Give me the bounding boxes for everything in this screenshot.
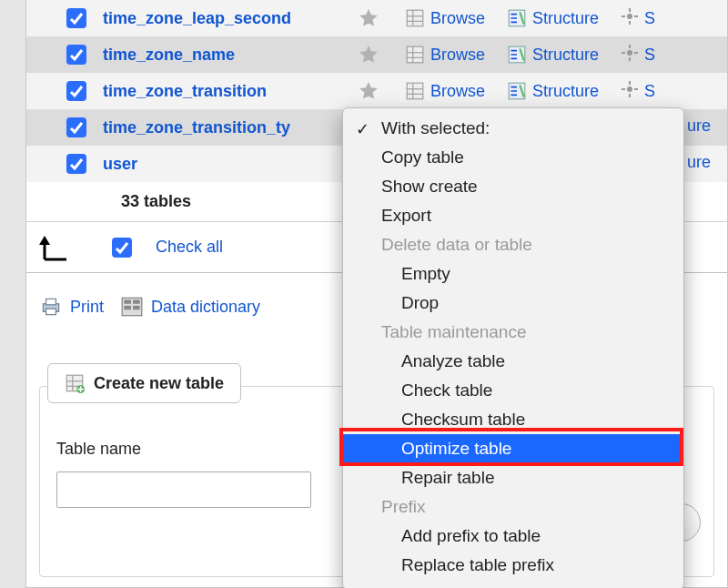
data-dictionary-link[interactable]: Data dictionary xyxy=(151,298,260,317)
star-icon[interactable] xyxy=(358,80,379,102)
dd-label: Prefix xyxy=(381,497,426,517)
dropdown-title: ✓ With selected: xyxy=(343,114,683,143)
dropdown-item-copy-table[interactable]: Copy table xyxy=(343,143,683,172)
structure-action[interactable]: Structure xyxy=(507,8,599,28)
more-s: S xyxy=(644,9,655,28)
browse-action[interactable]: Browse xyxy=(405,81,485,101)
dropdown-title-label: With selected: xyxy=(381,118,490,138)
table-link[interactable]: user xyxy=(103,155,358,174)
more-action[interactable]: S xyxy=(621,80,655,103)
table-link[interactable]: time_zone_transition_ty xyxy=(103,118,358,137)
dd-label: Analyze table xyxy=(401,351,505,371)
table-row: time_zone_transition Browse Structure S xyxy=(26,73,727,109)
row-checkbox[interactable] xyxy=(66,117,86,137)
svg-rect-17 xyxy=(629,57,631,61)
structure-icon xyxy=(507,45,527,65)
structure-label: Structure xyxy=(532,9,599,28)
svg-rect-18 xyxy=(622,52,625,54)
sheet-icon xyxy=(405,81,425,101)
row-checkbox[interactable] xyxy=(66,154,86,174)
table-name-input[interactable] xyxy=(56,471,311,508)
gear-icon xyxy=(621,7,639,30)
with-selected-dropdown: ✓ With selected: Copy table Show create … xyxy=(342,107,684,588)
browse-action[interactable]: Browse xyxy=(405,8,485,28)
structure-icon xyxy=(507,8,527,28)
star-icon[interactable] xyxy=(358,44,379,66)
structure-label: Structure xyxy=(532,82,599,101)
table-link[interactable]: time_zone_transition xyxy=(103,82,358,101)
dropdown-item-optimize[interactable]: Optimize table xyxy=(343,434,683,463)
create-table-tab[interactable]: Create new table xyxy=(47,363,241,403)
browse-action[interactable]: Browse xyxy=(405,45,485,65)
dd-label: Empty xyxy=(401,264,450,284)
svg-rect-9 xyxy=(634,15,638,17)
dropdown-item-replace-prefix[interactable]: Replace table prefix xyxy=(343,551,683,580)
dropdown-item-show-create[interactable]: Show create xyxy=(343,172,683,201)
dropdown-item-analyze[interactable]: Analyze table xyxy=(343,347,683,376)
row-checkbox[interactable] xyxy=(66,8,86,28)
table-link[interactable]: time_zone_leap_second xyxy=(103,9,358,28)
svg-rect-29 xyxy=(634,88,638,90)
dd-label: Add prefix to table xyxy=(401,526,541,546)
svg-point-25 xyxy=(627,86,632,92)
tables-count: 33 tables xyxy=(121,192,191,211)
svg-rect-37 xyxy=(133,306,140,309)
more-s: S xyxy=(644,46,655,65)
dropdown-item-repair[interactable]: Repair table xyxy=(343,463,683,492)
dropdown-item-drop[interactable]: Drop xyxy=(343,289,683,318)
dd-label: Table maintenance xyxy=(381,322,527,342)
structure-action[interactable]: Structure xyxy=(507,45,599,65)
star-icon[interactable] xyxy=(358,7,379,29)
dropdown-item-checksum[interactable]: Checksum table xyxy=(343,405,683,434)
dd-label: Show create xyxy=(381,177,478,197)
dropdown-group-delete: Delete data or table xyxy=(343,230,683,259)
svg-rect-26 xyxy=(629,81,631,85)
svg-rect-6 xyxy=(629,8,631,12)
dd-label: Checksum table xyxy=(401,410,525,430)
dropdown-item-check[interactable]: Check table xyxy=(343,376,683,405)
print-link[interactable]: Print xyxy=(70,298,104,317)
row-checkbox[interactable] xyxy=(66,81,86,101)
dd-label: Delete data or table xyxy=(381,235,532,255)
table-row: time_zone_leap_second Browse Structure S xyxy=(26,0,727,36)
structure-label-truncated: ure xyxy=(687,117,711,136)
row-checkbox[interactable] xyxy=(66,45,86,65)
dd-label: Replace table prefix xyxy=(401,555,554,575)
more-action[interactable]: S xyxy=(621,44,655,66)
dropdown-item-add-prefix[interactable]: Add prefix to table xyxy=(343,522,683,551)
svg-rect-31 xyxy=(46,299,56,305)
more-s: S xyxy=(644,82,655,101)
svg-rect-8 xyxy=(622,15,625,17)
structure-action[interactable]: Structure xyxy=(507,81,599,101)
table-row: time_zone_name Browse Structure S xyxy=(26,36,727,73)
dd-label: Export xyxy=(381,206,431,226)
svg-rect-27 xyxy=(629,94,631,97)
svg-rect-32 xyxy=(46,309,56,315)
gear-icon xyxy=(621,44,639,66)
dd-label: Repair table xyxy=(401,468,494,488)
structure-label: Structure xyxy=(532,46,599,65)
svg-rect-19 xyxy=(634,52,638,54)
svg-rect-16 xyxy=(629,45,631,48)
svg-rect-7 xyxy=(629,21,631,25)
dd-label: Optimize table xyxy=(401,439,511,459)
structure-label-truncated: ure xyxy=(687,153,711,172)
sheet-add-icon xyxy=(65,373,85,393)
dd-label: Drop xyxy=(401,293,439,313)
more-action[interactable]: S xyxy=(621,7,655,30)
table-name-label: Table name xyxy=(56,440,311,459)
sheet-icon xyxy=(405,45,425,65)
table-link[interactable]: time_zone_name xyxy=(103,46,358,65)
select-up-arrow-icon xyxy=(39,232,77,263)
dropdown-group-prefix: Prefix xyxy=(343,492,683,522)
svg-rect-0 xyxy=(407,10,423,26)
dropdown-item-empty[interactable]: Empty xyxy=(343,259,683,289)
gear-icon xyxy=(621,80,639,103)
svg-point-15 xyxy=(627,50,632,56)
structure-icon xyxy=(507,81,527,101)
svg-rect-35 xyxy=(133,299,140,303)
dropdown-item-export[interactable]: Export xyxy=(343,201,683,230)
check-all-label[interactable]: Check all xyxy=(156,238,223,257)
check-icon: ✓ xyxy=(356,119,369,139)
check-all-checkbox[interactable] xyxy=(112,238,132,258)
